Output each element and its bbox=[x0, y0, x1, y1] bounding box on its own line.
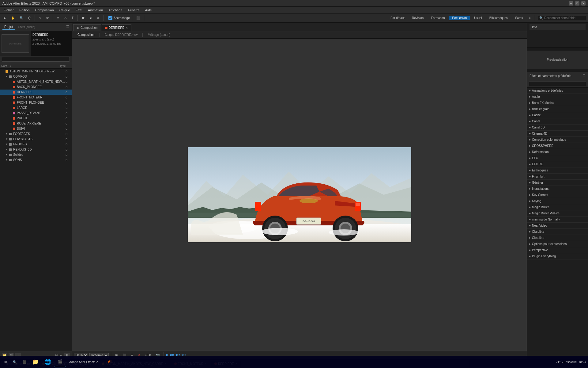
tab-close-icon[interactable]: ✕ bbox=[126, 26, 128, 29]
viewer-footage-tab[interactable]: Métrage (aucun) bbox=[145, 33, 173, 37]
taskbar-chrome[interactable]: 🌐 bbox=[42, 356, 53, 367]
effect-cat-0[interactable]: ▶Animations prédéfinies bbox=[527, 88, 588, 94]
effect-cat-23[interactable]: ▶Obsolète bbox=[527, 229, 588, 235]
effect-cat-18[interactable]: ▶Keying bbox=[527, 198, 588, 204]
clock[interactable]: 18:24 bbox=[579, 360, 586, 364]
project-item-playblasts[interactable]: ▼PLAYBLASTSD bbox=[0, 136, 72, 142]
taskbar-ae-app[interactable]: 🎬 bbox=[55, 356, 66, 367]
effect-cat-11[interactable]: ▶EFX bbox=[527, 155, 588, 161]
effect-cat-5[interactable]: ▶Canal bbox=[527, 118, 588, 125]
tool-hand[interactable]: ✋ bbox=[9, 15, 17, 21]
project-item-solides[interactable]: ▼SolidesD bbox=[0, 152, 72, 157]
tree-expand-arrow[interactable]: ▼ bbox=[6, 153, 9, 156]
tool-zoom[interactable]: 🔍 bbox=[18, 15, 25, 21]
tool-redo[interactable]: ⟳ bbox=[44, 15, 51, 21]
effect-cat-9[interactable]: ▶CROSSPHERE bbox=[527, 143, 588, 149]
effect-cat-22[interactable]: ▶Neat Video bbox=[527, 223, 588, 229]
menu-effet[interactable]: Effet bbox=[73, 8, 85, 13]
workspace-formation[interactable]: Formation bbox=[428, 16, 448, 20]
menu-fichier[interactable]: Fichier bbox=[1, 8, 16, 13]
effect-cat-14[interactable]: ▶Frischluft bbox=[527, 174, 588, 180]
project-item-compos[interactable]: ▼COMPOSD bbox=[0, 74, 72, 79]
effect-cat-17[interactable]: ▶Key Correct bbox=[527, 192, 588, 198]
tool-undo[interactable]: ⟲ bbox=[37, 15, 43, 21]
workspace-sams[interactable]: Sams bbox=[512, 16, 526, 20]
taskbar-explorer[interactable]: 📁 bbox=[30, 356, 41, 367]
sort-arrow-name[interactable]: ▲ bbox=[9, 64, 12, 67]
project-item-rendus_3d[interactable]: ▼RENDUS_3DD bbox=[0, 147, 72, 152]
project-item-derriere[interactable]: DERRIEREC bbox=[0, 90, 72, 95]
project-item-sons[interactable]: ▼SONSD bbox=[0, 157, 72, 163]
taskbar-ae-label[interactable]: Adobe After Effects 2... bbox=[67, 357, 103, 367]
taskbar-search[interactable]: 🔍 bbox=[10, 357, 19, 367]
effects-menu-icon[interactable]: ☰ bbox=[582, 74, 586, 78]
effect-cat-3[interactable]: ▶Bruit et grain bbox=[527, 106, 588, 112]
effect-cat-25[interactable]: ▶Options pour expressions bbox=[527, 241, 588, 247]
menu-calque[interactable]: Calque bbox=[57, 8, 73, 13]
project-item-roue_arriere[interactable]: ROUE_ARRIEREC bbox=[0, 121, 72, 126]
project-item-profil[interactable]: PROFILC bbox=[0, 116, 72, 121]
project-tab[interactable]: Projet bbox=[2, 24, 15, 30]
project-search-input[interactable] bbox=[2, 57, 70, 62]
tool-clone[interactable]: ★ bbox=[88, 15, 94, 21]
effects-search-input[interactable] bbox=[529, 82, 586, 86]
effect-cat-1[interactable]: ▶Audio bbox=[527, 94, 588, 100]
workspace-more[interactable]: » bbox=[527, 15, 533, 21]
tab-composition[interactable]: ◉ Composition bbox=[73, 24, 101, 31]
effect-cat-15[interactable]: ▶Générer bbox=[527, 180, 588, 186]
tool-pen[interactable]: ✏ bbox=[55, 15, 61, 21]
menu-composition[interactable]: Composition bbox=[33, 8, 56, 13]
project-item-back_plongee[interactable]: BACK_PLONGEEC bbox=[0, 84, 72, 90]
project-item-passe_devant[interactable]: PASSE_DEVANTC bbox=[0, 110, 72, 116]
effect-cat-26[interactable]: ▶Perspective bbox=[527, 247, 588, 253]
workspace-bibliotheques[interactable]: Bibliothèques bbox=[486, 16, 511, 20]
effect-cat-20[interactable]: ▶Magic Bullet MisFire bbox=[527, 210, 588, 217]
effects-tab-small[interactable]: Effets (aucun) bbox=[18, 25, 35, 29]
menu-affichage[interactable]: Affichage bbox=[106, 8, 125, 13]
project-item-footages[interactable]: ▼FOOTAGESD bbox=[0, 131, 72, 136]
menu-edition[interactable]: Edition bbox=[17, 8, 32, 13]
effect-cat-8[interactable]: ▶Correction colorimétrique bbox=[527, 137, 588, 143]
tree-expand-arrow[interactable]: ▼ bbox=[6, 138, 9, 140]
tree-expand-arrow[interactable]: ▼ bbox=[6, 132, 9, 135]
menu-fenetre[interactable]: Fenêtre bbox=[126, 8, 142, 13]
tool-select[interactable]: ▶ bbox=[2, 15, 8, 21]
tool-paint[interactable]: ⬟ bbox=[80, 15, 86, 21]
help-search-input[interactable] bbox=[544, 16, 584, 20]
project-item-front_plongee[interactable]: FRONT_PLONGEEC bbox=[0, 100, 72, 105]
minimize-button[interactable]: ─ bbox=[569, 1, 573, 6]
workspace-revision[interactable]: Révision bbox=[409, 16, 427, 20]
taskbar-ai-app[interactable]: Ai bbox=[104, 356, 115, 367]
project-item-front_moteur[interactable]: FRONT_MOTEURC bbox=[0, 95, 72, 100]
effect-cat-13[interactable]: ▶Esthétiques bbox=[527, 167, 588, 174]
tab-derriere[interactable]: DERRIERE ✕ bbox=[102, 24, 132, 31]
maximize-button[interactable]: □ bbox=[575, 1, 579, 6]
taskbar-taskview[interactable]: ⬛ bbox=[20, 357, 29, 367]
tool-text[interactable]: T bbox=[70, 15, 75, 21]
project-item-suivi[interactable]: SUIVIC bbox=[0, 126, 72, 131]
effect-cat-19[interactable]: ▶Magic Bullet bbox=[527, 204, 588, 210]
accrochage-checkbox[interactable] bbox=[108, 16, 112, 20]
project-item-aston_shots_new[interactable]: ASTON_MARTIN_SHOTS_NEWD bbox=[0, 69, 72, 74]
tree-expand-arrow[interactable]: ▼ bbox=[6, 148, 9, 151]
viewer-comp-tab[interactable]: Composition bbox=[74, 33, 98, 37]
viewer-calque-tab[interactable]: Calque DERRIERE.mov bbox=[102, 33, 141, 37]
workspace-par-defaut[interactable]: Par défaut bbox=[387, 16, 408, 20]
tool-shape[interactable]: ◇ bbox=[62, 15, 69, 21]
project-item-aston_shots_new_carre[interactable]: ASTON_MARTIN_SHOTS_NEW_CARREC bbox=[0, 79, 72, 84]
effect-cat-6[interactable]: ▶Canal 3D bbox=[527, 125, 588, 131]
effect-cat-27[interactable]: ▶Plugin Everything bbox=[527, 253, 588, 259]
workspace-petit-ecran[interactable]: Petit écran bbox=[449, 16, 470, 20]
effect-cat-24[interactable]: ▶Obsolète bbox=[527, 235, 588, 241]
effect-cat-7[interactable]: ▶Cinema 4D bbox=[527, 131, 588, 137]
tree-expand-arrow[interactable]: ▼ bbox=[6, 159, 9, 161]
tool-extra[interactable]: ⬛ bbox=[134, 15, 142, 21]
menu-aide[interactable]: Aide bbox=[143, 8, 154, 13]
effect-cat-10[interactable]: ▶Déformation bbox=[527, 149, 588, 155]
effect-cat-12[interactable]: ▶EFX RE bbox=[527, 161, 588, 167]
tree-expand-arrow[interactable]: ▼ bbox=[6, 75, 9, 78]
tool-camera[interactable]: Q bbox=[26, 15, 32, 21]
panel-menu-icon[interactable]: ☰ bbox=[66, 25, 69, 29]
workspace-usuel[interactable]: Usuel bbox=[471, 16, 485, 20]
start-button[interactable]: ⊞ bbox=[2, 357, 9, 367]
